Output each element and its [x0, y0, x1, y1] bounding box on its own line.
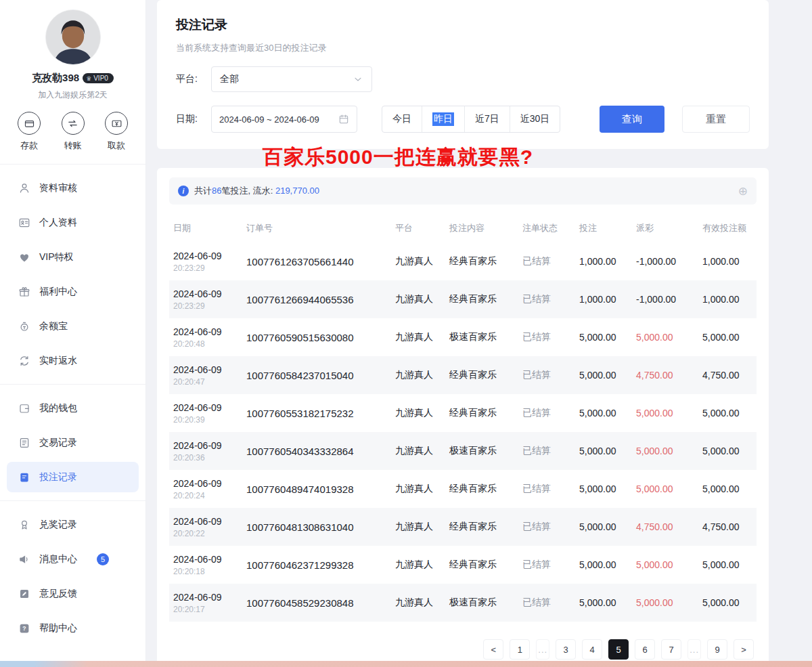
sidebar-item-rebate[interactable]: 实时返水 — [7, 345, 139, 376]
sidebar-item-audit[interactable]: 资料审核 — [7, 173, 139, 203]
platform-cell: 九游真人 — [391, 242, 445, 280]
column-header: 日期 — [169, 214, 242, 242]
bet-amount-cell: 5,000.00 — [575, 394, 632, 432]
bet-date-cell: 2024-06-0920:23:29 — [169, 242, 242, 280]
payout-cell: 5,000.00 — [632, 432, 698, 470]
status-cell: 已结算 — [518, 318, 575, 356]
column-header: 投注内容 — [445, 214, 518, 242]
valid-amount-cell: 1,000.00 — [698, 280, 757, 318]
range-last7[interactable]: 近7日 — [464, 106, 510, 132]
records-card: i 共计86笔投注, 流水: 219,770.00 ⊕ 日期订单号平台投注内容注… — [157, 168, 769, 667]
sidebar-item-label: 交易记录 — [39, 437, 77, 449]
valid-amount-cell: 5,000.00 — [698, 546, 757, 584]
vip-icon — [18, 251, 30, 263]
sidebar-item-help[interactable]: ?帮助中心 — [7, 613, 139, 643]
pagination: <1...34567...9> — [169, 639, 757, 660]
svg-text:?: ? — [22, 625, 26, 632]
sidebar-item-bets[interactable]: 投注记录 — [7, 462, 139, 492]
bet-amount-cell: 5,000.00 — [575, 508, 632, 546]
payout-cell: -1,000.00 — [632, 280, 698, 318]
platform-filter-row: 平台: 全部 — [176, 66, 750, 92]
status-cell: 已结算 — [518, 394, 575, 432]
bet-content-cell: 极速百家乐 — [445, 432, 518, 470]
page-button-4[interactable]: 4 — [582, 639, 602, 660]
page-button-3[interactable]: 3 — [556, 639, 576, 660]
help-icon: ? — [18, 622, 30, 634]
page-button-7[interactable]: 7 — [661, 639, 681, 660]
valid-amount-cell: 5,000.00 — [698, 394, 757, 432]
sidebar-item-label: 消息中心 — [39, 553, 77, 565]
sidebar-item-prizes[interactable]: 兑奖记录 — [7, 509, 139, 540]
sidebar-menu: 资料审核个人资料VIP特权福利中心余额宝实时返水我的钱包交易记录投注记录兑奖记录… — [0, 165, 145, 643]
expand-icon[interactable]: ⊕ — [738, 186, 748, 197]
sidebar-item-label: 个人资料 — [39, 217, 77, 229]
bet-date-cell: 2024-06-0920:23:29 — [169, 280, 242, 318]
payout-cell: 4,750.00 — [632, 356, 698, 394]
table-row: 2024-06-0920:20:221007760481308631040九游真… — [169, 508, 757, 546]
sidebar-item-profile[interactable]: 个人资料 — [7, 207, 139, 238]
platform-select[interactable]: 全部 — [211, 66, 372, 92]
username: 克孜勒398 — [32, 72, 79, 85]
order-number-cell: 1007761266944065536 — [242, 280, 391, 318]
quick-action-transfer[interactable]: 转账 — [62, 112, 85, 152]
platform-cell: 九游真人 — [391, 508, 445, 546]
bet-date-cell: 2024-06-0920:20:39 — [169, 394, 242, 432]
valid-amount-cell: 1,000.00 — [698, 242, 757, 280]
payout-cell: 4,750.00 — [632, 508, 698, 546]
date-filter-row: 日期: 2024-06-09 ~ 2024-06-09 今日昨日近7日近30日 … — [176, 106, 750, 133]
valid-amount-cell: 5,000.00 — [698, 470, 757, 508]
summary-bar: i 共计86笔投注, 流水: 219,770.00 ⊕ — [169, 177, 757, 205]
order-number-cell: 1007760481308631040 — [242, 508, 391, 546]
sidebar-item-transactions[interactable]: 交易记录 — [7, 427, 139, 458]
page-button-9[interactable]: 9 — [707, 639, 727, 660]
person-icon — [18, 182, 30, 194]
query-button[interactable]: 查询 — [600, 106, 664, 133]
range-yesterday[interactable]: 昨日 — [422, 106, 464, 132]
sidebar-item-label: 资料审核 — [39, 182, 77, 194]
bet-content-cell: 经典百家乐 — [445, 394, 518, 432]
order-number-cell: 1007760540343332864 — [242, 432, 391, 470]
quick-action-label: 存款 — [20, 139, 38, 152]
sidebar-item-feedback[interactable]: 意见反馈 — [7, 578, 139, 609]
chevron-down-icon — [353, 74, 363, 85]
reset-button[interactable]: 重置 — [682, 106, 750, 133]
turnover-amount: 219,770.00 — [275, 186, 319, 196]
status-cell: 已结算 — [518, 470, 575, 508]
wallet-icon — [18, 402, 30, 414]
sidebar-item-wallet[interactable]: 我的钱包 — [7, 393, 139, 423]
bet-content-cell: 极速百家乐 — [445, 318, 518, 356]
sidebar-item-yuebao[interactable]: 余额宝 — [7, 311, 139, 341]
table-row: 2024-06-0920:20:241007760489474019328九游真… — [169, 470, 757, 508]
info-icon: i — [178, 186, 189, 196]
order-number-cell: 1007760489474019328 — [242, 470, 391, 508]
page-button-1[interactable]: 1 — [510, 639, 530, 660]
order-number-cell: 1007760458529230848 — [242, 584, 391, 622]
status-cell: 已结算 — [518, 356, 575, 394]
next-page-button[interactable]: > — [734, 639, 754, 660]
prev-page-button[interactable]: < — [483, 639, 503, 660]
page-button-6[interactable]: 6 — [635, 639, 655, 660]
bet-content-cell: 经典百家乐 — [445, 546, 518, 584]
order-number-cell: 1007760584237015040 — [242, 356, 391, 394]
quick-action-deposit[interactable]: 存款 — [18, 112, 41, 152]
status-cell: 已结算 — [518, 546, 575, 584]
range-today[interactable]: 今日 — [382, 106, 422, 132]
table-header-row: 日期订单号平台投注内容注单状态投注派彩有效投注额 — [169, 214, 757, 242]
quick-action-label: 取款 — [108, 139, 125, 152]
bet-content-cell: 经典百家乐 — [445, 508, 518, 546]
platform-value: 全部 — [220, 73, 239, 85]
range-group: 今日昨日近7日近30日 — [382, 106, 560, 133]
valid-amount-cell: 5,000.00 — [698, 318, 757, 356]
platform-cell: 九游真人 — [391, 470, 445, 508]
sidebar-item-label: 投注记录 — [39, 471, 77, 483]
date-range-input[interactable]: 2024-06-09 ~ 2024-06-09 — [211, 106, 357, 133]
page-button-5[interactable]: 5 — [608, 639, 629, 660]
main-content: 投注记录 当前系统支持查询最近30日的投注记录 平台: 全部 日期: 2024-… — [146, 0, 812, 667]
menu-divider — [0, 500, 145, 501]
sidebar-item-vip[interactable]: VIP特权 — [7, 242, 139, 272]
quick-action-withdraw[interactable]: 取款 — [105, 112, 128, 152]
sidebar-item-welfare[interactable]: 福利中心 — [7, 276, 139, 307]
sidebar-item-messages[interactable]: 消息中心5 — [7, 544, 139, 574]
range-last30[interactable]: 近30日 — [510, 106, 560, 132]
message-icon — [18, 553, 30, 565]
